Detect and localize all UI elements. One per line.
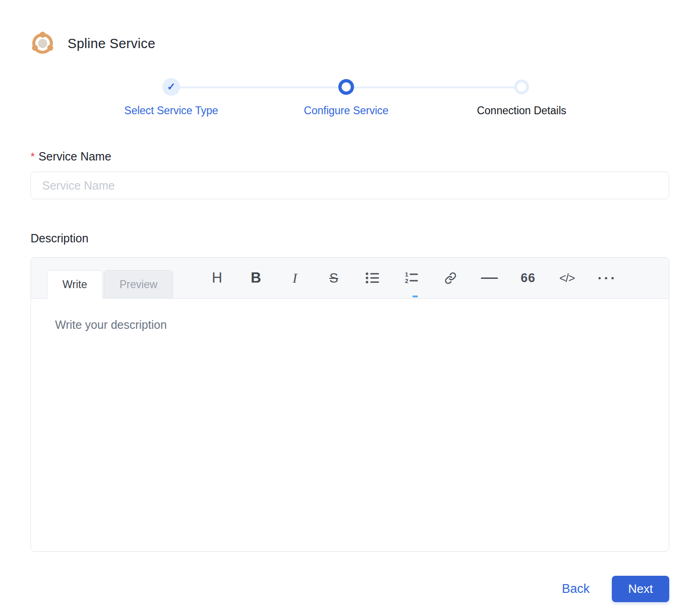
quote-button[interactable]: 66 bbox=[509, 258, 548, 298]
code-icon: </> bbox=[559, 271, 574, 285]
ordered-list-caret-artifact bbox=[412, 296, 418, 297]
wizard-footer: Back Next bbox=[31, 576, 669, 602]
description-markdown-editor: Write Preview H B I S bbox=[31, 257, 669, 552]
horizontal-rule-button[interactable] bbox=[470, 258, 509, 298]
service-name-input[interactable] bbox=[31, 172, 669, 199]
svg-text:2: 2 bbox=[405, 277, 408, 284]
editor-tabs: Write Preview bbox=[47, 270, 173, 299]
heading-icon: H bbox=[212, 270, 222, 286]
tab-write[interactable]: Write bbox=[47, 270, 103, 299]
more-options-button[interactable] bbox=[586, 258, 625, 298]
service-name-label: *Service Name bbox=[31, 150, 669, 163]
back-button[interactable]: Back bbox=[562, 582, 590, 596]
tab-preview[interactable]: Preview bbox=[104, 270, 173, 299]
bold-icon: B bbox=[251, 270, 261, 286]
step-2-indicator-active[interactable] bbox=[338, 79, 354, 95]
unordered-list-icon bbox=[366, 272, 380, 284]
link-icon bbox=[444, 272, 457, 284]
strikethrough-icon: S bbox=[329, 271, 338, 286]
step-label-connection-details[interactable]: Connection Details bbox=[477, 105, 566, 117]
unordered-list-button[interactable] bbox=[353, 258, 392, 298]
ordered-list-button[interactable]: 1 2 bbox=[392, 258, 431, 298]
next-button[interactable]: Next bbox=[612, 576, 669, 602]
formatting-toolbar: H B I S bbox=[198, 258, 625, 298]
code-button[interactable]: </> bbox=[548, 258, 586, 298]
ellipsis-icon bbox=[598, 277, 614, 279]
step-label-select-service-type[interactable]: Select Service Type bbox=[124, 105, 218, 117]
ordered-list-icon: 1 2 bbox=[405, 271, 418, 284]
page-title: Spline Service bbox=[68, 36, 156, 51]
strikethrough-button[interactable]: S bbox=[314, 258, 353, 298]
description-label: Description bbox=[31, 232, 669, 245]
step-label-configure-service[interactable]: Configure Service bbox=[304, 105, 389, 117]
italic-button[interactable]: I bbox=[275, 258, 314, 298]
editor-toolbar: Write Preview H B I S bbox=[31, 258, 669, 299]
heading-button[interactable]: H bbox=[198, 258, 236, 298]
link-button[interactable] bbox=[431, 258, 470, 298]
description-textarea[interactable] bbox=[31, 299, 669, 551]
horizontal-rule-icon bbox=[481, 277, 498, 279]
app-header: Spline Service bbox=[0, 0, 697, 56]
svg-text:1: 1 bbox=[405, 271, 408, 278]
italic-icon: I bbox=[292, 270, 297, 286]
step-3-indicator-upcoming[interactable] bbox=[514, 80, 529, 94]
step-1-indicator-completed[interactable]: ✓ bbox=[162, 78, 180, 96]
spline-service-logo-icon bbox=[30, 31, 56, 56]
wizard-stepper: ✓ Select Service Type Configure Service … bbox=[0, 74, 697, 129]
required-asterisk: * bbox=[31, 150, 35, 163]
bold-button[interactable]: B bbox=[236, 258, 275, 298]
check-icon: ✓ bbox=[167, 82, 175, 92]
quote-icon: 66 bbox=[521, 271, 535, 285]
